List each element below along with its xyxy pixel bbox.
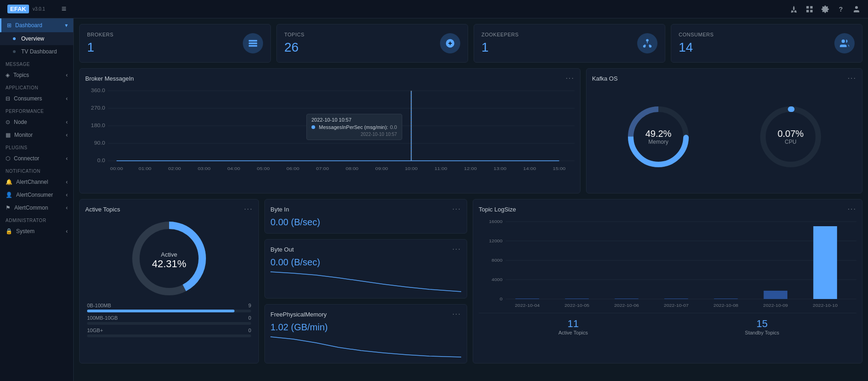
sidebar-overview-label: Overview: [21, 35, 44, 42]
sidebar-consumers-label: Consumers: [14, 95, 42, 102]
sidebar-node-label: Node: [14, 119, 27, 125]
active-topics-count-value: 11: [479, 318, 668, 330]
free-memory-title: FreePhysicalMemory: [270, 311, 327, 318]
svg-text:0: 0: [500, 297, 503, 301]
free-memory-menu[interactable]: ···: [452, 310, 461, 318]
sidebar-item-alertchannel[interactable]: 🔔 AlertChannel ‹: [0, 176, 73, 188]
svg-text:2022-10-08: 2022-10-08: [714, 303, 739, 308]
section-plugins: PLUGINS: [0, 141, 73, 152]
sidebar-topics-label: Topics: [13, 72, 29, 78]
dashboard-content: BROKERS 1 TOPICS 26: [74, 18, 868, 381]
svg-text:02:00: 02:00: [168, 166, 181, 171]
topic-logsize-menu[interactable]: ···: [848, 205, 856, 213]
sidebar-item-alertcommon[interactable]: ⚑ AlertCommon ‹: [0, 201, 73, 214]
bar-100mb10gb-label: 100MB-10GB: [87, 315, 118, 321]
svg-rect-5: [249, 40, 257, 42]
svg-rect-69: [764, 291, 788, 299]
svg-rect-7: [249, 45, 257, 47]
svg-point-9: [646, 39, 649, 42]
consumers-chevron-icon: ‹: [66, 95, 68, 102]
free-memory-value: 1.02 (GB/min): [270, 322, 461, 333]
svg-rect-70: [813, 226, 837, 299]
sidebar-monitor-label: Monitor: [14, 132, 33, 138]
active-topics-menu[interactable]: ···: [244, 205, 253, 213]
sidebar-item-alertconsumer[interactable]: 👤 AlertConsumer ‹: [0, 188, 73, 201]
svg-text:360.0: 360.0: [91, 88, 105, 93]
broker-chart-menu[interactable]: ···: [566, 74, 575, 82]
topics-value: 26: [284, 40, 305, 55]
alertconsumer-icon: 👤: [6, 192, 12, 198]
bar-10gbplus-value: 0: [248, 328, 251, 333]
sidebar-item-system[interactable]: 🔒 System ‹: [0, 225, 73, 238]
section-performance: PERFORMANCE: [0, 105, 73, 116]
byte-out-panel: Byte Out ··· 0.00 (B/sec): [264, 239, 467, 299]
byte-out-chart: [270, 270, 461, 293]
logsize-bottom-counts: 11 Active Topics 15 Standby Topics: [479, 313, 856, 335]
svg-rect-68: [714, 299, 738, 299]
byte-out-menu[interactable]: ···: [452, 245, 461, 253]
active-topics-donut: Active 42.31%: [85, 217, 253, 300]
svg-text:180.0: 180.0: [91, 123, 105, 128]
tvdashboard-dot: [13, 50, 16, 53]
alertchannel-icon: 🔔: [6, 179, 12, 185]
svg-rect-66: [615, 299, 639, 299]
sidebar-item-connector[interactable]: ⬡ Connector ‹: [0, 152, 73, 165]
sidebar-item-topics[interactable]: ◈ Topics ‹: [0, 69, 73, 82]
overview-dot: [13, 37, 16, 40]
charts-row: Broker MessageIn ··· 360.0: [79, 68, 862, 193]
sidebar-item-dashboard[interactable]: ⊞ Dashboard ▾: [0, 18, 73, 32]
active-topics-count: 11 Active Topics: [479, 318, 668, 335]
kafka-os-menu[interactable]: ···: [848, 74, 856, 82]
active-topics-panel: Active Topics ··· Active 42.31%: [79, 199, 259, 363]
alertcommon-icon: ⚑: [6, 205, 11, 211]
menu-toggle-icon[interactable]: ≡: [61, 4, 66, 14]
consumers-card: CONSUMERS 14: [671, 24, 862, 63]
node-icon: ⊙: [6, 119, 10, 125]
sidebar-item-tvdashboard[interactable]: TV Dashboard: [0, 45, 73, 58]
svg-rect-1: [810, 6, 813, 8]
rocket-icon[interactable]: [790, 5, 798, 13]
grid-icon[interactable]: [805, 5, 814, 13]
active-topics-count-label: Active Topics: [479, 330, 668, 335]
sidebar-item-monitor[interactable]: ▦ Monitor ‹: [0, 129, 73, 141]
free-memory-panel: FreePhysicalMemory ··· 1.02 (GB/min): [264, 304, 467, 363]
svg-text:10:00: 10:00: [405, 166, 418, 171]
svg-text:01:00: 01:00: [139, 166, 152, 171]
alertchannel-chevron-icon: ‹: [66, 179, 68, 185]
section-application: APPLICATION: [0, 82, 73, 92]
svg-text:90.0: 90.0: [94, 141, 105, 146]
broker-chart-svg: 360.0 270.0 180.0 90.0 0.0 00:00 01:00 0…: [85, 86, 575, 174]
svg-rect-67: [664, 299, 688, 299]
svg-text:2022-10-09: 2022-10-09: [763, 303, 788, 308]
byte-in-menu[interactable]: ···: [452, 205, 461, 213]
svg-text:03:00: 03:00: [198, 166, 211, 171]
bottom-row: Active Topics ··· Active 42.31%: [79, 199, 862, 363]
brokers-card: BROKERS 1: [79, 24, 271, 63]
sidebar-item-overview[interactable]: Overview: [0, 32, 73, 45]
user-icon[interactable]: [852, 5, 861, 13]
svg-text:4000: 4000: [492, 277, 503, 282]
system-icon: 🔒: [6, 228, 12, 234]
svg-text:04:00: 04:00: [227, 166, 240, 171]
standby-topics-count: 15 Standby Topics: [668, 318, 856, 335]
node-chevron-icon: ‹: [66, 119, 68, 125]
byte-in-title: Byte In: [270, 206, 289, 213]
system-chevron-icon: ‹: [66, 228, 68, 234]
svg-text:08:00: 08:00: [346, 166, 358, 171]
sidebar-dashboard-label: Dashboard: [15, 22, 42, 29]
section-notification: NOTIFICATION: [0, 165, 73, 176]
settings-icon[interactable]: [821, 5, 829, 13]
brokers-value: 1: [87, 40, 113, 55]
topics-card: TOPICS 26: [276, 24, 468, 63]
sidebar-item-consumers[interactable]: ⊟ Consumers ‹: [0, 92, 73, 105]
brokers-icon: [243, 33, 263, 53]
bar-10gbplus: 10GB+ 0: [87, 328, 251, 337]
dashboard-icon: ⊞: [7, 22, 12, 29]
question-icon[interactable]: ?: [837, 5, 845, 13]
sidebar-alertchannel-label: AlertChannel: [16, 179, 48, 185]
kafka-os-title: Kafka OS: [592, 75, 618, 82]
sidebar-item-node[interactable]: ⊙ Node ‹: [0, 116, 73, 129]
active-topics-title: Active Topics: [85, 206, 120, 213]
svg-text:07:00: 07:00: [316, 166, 329, 171]
consumers-value: 14: [679, 40, 714, 55]
